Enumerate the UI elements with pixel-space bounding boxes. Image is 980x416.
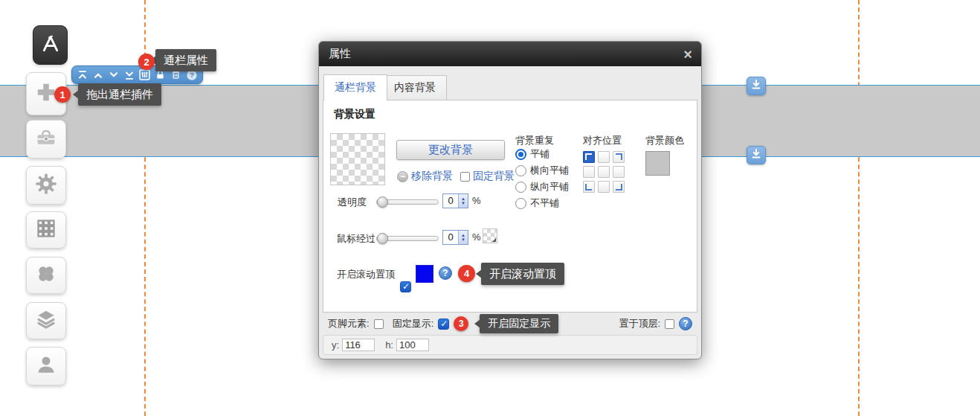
move-to-bottom-icon[interactable]	[123, 68, 136, 82]
tooltip-fixed-display: 开启固定显示	[480, 314, 558, 333]
align-cell-bottom-center[interactable]	[598, 181, 610, 193]
remove-circle-icon[interactable]: −	[397, 171, 408, 182]
banner-background-panel: 背景设置 更改背景 − 移除背景 固定背景 透明度 0 ▲▼ %	[323, 100, 697, 313]
spinner-down-icon[interactable]: ▼	[461, 237, 465, 242]
radio-off-icon[interactable]	[515, 182, 526, 193]
repeat-option-horizontal[interactable]: 横向平铺	[515, 164, 569, 177]
hover-value: 0	[443, 231, 458, 244]
remove-background-link[interactable]: 移除背景	[411, 170, 453, 183]
move-to-top-icon[interactable]	[76, 68, 89, 82]
properties-dialog: 属性 × 通栏背景 内容背景 背景设置 更改背景 − 移除背景 固定背景 透明度	[318, 41, 702, 359]
sidebar-item-settings[interactable]	[26, 166, 66, 205]
hover-slider-thumb[interactable]	[377, 233, 388, 244]
y-input[interactable]	[342, 339, 375, 351]
dialog-footer-options: 页脚元素: 固定显示: 3 开启固定显示 置于顶层: ?	[323, 313, 697, 335]
hover-spinner[interactable]: 0 ▲▼	[442, 230, 468, 245]
opacity-value: 0	[443, 194, 458, 208]
repeat-option-tile[interactable]: 平铺	[515, 147, 549, 161]
align-cell-middle-left[interactable]	[583, 166, 595, 178]
sidebar-item-apps-grid[interactable]	[26, 211, 66, 249]
opacity-slider[interactable]	[376, 199, 439, 205]
align-cell-middle-center[interactable]	[598, 166, 610, 178]
sidebar-item-profile[interactable]	[26, 347, 66, 385]
tooltip-scrolltop: 开启滚动置顶	[481, 263, 564, 285]
dialog-titlebar[interactable]: 属性 ×	[319, 42, 701, 66]
move-down-icon[interactable]	[107, 68, 120, 82]
opacity-unit: %	[472, 195, 481, 206]
opacity-label: 透明度	[338, 196, 367, 209]
align-cell-bottom-left[interactable]	[583, 181, 595, 193]
tooltip-banner-properties: 通栏属性	[155, 49, 216, 71]
footer-element-checkbox[interactable]	[374, 319, 384, 329]
app-center-icon	[39, 32, 62, 59]
footer-element-label: 页脚元素:	[328, 317, 370, 330]
properties-icon[interactable]	[138, 68, 152, 82]
dialog-tabs: 通栏背景 内容背景	[323, 66, 697, 100]
spinner-down-icon[interactable]: ▼	[461, 201, 465, 205]
h-label: h:	[385, 339, 393, 351]
hover-spinner-arrows[interactable]: ▲▼	[458, 231, 468, 244]
repeat-option-vertical[interactable]: 纵向平铺	[515, 180, 569, 193]
layers-icon	[35, 308, 57, 333]
step-badge-1: 1	[54, 86, 71, 103]
hover-label: 鼠标经过	[337, 232, 375, 246]
radio-on-icon[interactable]	[515, 149, 526, 160]
hover-color-swatch[interactable]	[483, 228, 497, 243]
scrolltop-help-icon[interactable]: ?	[439, 266, 452, 280]
align-cell-bottom-right[interactable]	[613, 181, 625, 193]
on-top-help-icon[interactable]: ?	[679, 317, 692, 330]
h-input[interactable]	[396, 339, 429, 351]
step-badge-4: 4	[458, 265, 475, 282]
svg-text:?: ?	[190, 71, 194, 79]
align-cell-top-right[interactable]	[613, 151, 625, 163]
on-top-label: 置于顶层:	[619, 317, 660, 330]
y-label: y:	[332, 339, 339, 351]
tab-banner-background[interactable]: 通栏背景	[323, 74, 387, 100]
insert-row-handle-bottom[interactable]	[747, 146, 766, 164]
sidebar-item-widgets[interactable]	[26, 257, 66, 294]
insert-down-icon	[749, 147, 763, 164]
align-cell-top-center[interactable]	[598, 151, 610, 163]
tab-content-background[interactable]: 内容背景	[383, 75, 447, 100]
insert-row-handle-top[interactable]	[747, 77, 766, 95]
tooltip-drag-banner-plugin: 拖出通栏插件	[78, 83, 161, 106]
sidebar-item-app-center[interactable]	[33, 25, 68, 65]
sidebar-item-toolbox[interactable]	[26, 120, 66, 159]
opacity-spinner[interactable]: 0 ▲▼	[442, 193, 468, 208]
align-cell-middle-right[interactable]	[613, 166, 625, 178]
change-background-button[interactable]: 更改背景	[396, 140, 505, 160]
editor-canvas: ? 1 拖出通栏插件 2 通栏属性 属性 × 通栏背景 内容背景 背景设置 更改…	[0, 0, 980, 416]
on-top-checkbox[interactable]	[665, 319, 674, 329]
guide-line-right	[858, 0, 860, 416]
dialog-geometry-bar: y: h:	[323, 335, 697, 355]
bgcolor-label: 背景颜色	[645, 134, 684, 147]
fixed-background-checkbox[interactable]	[460, 172, 470, 182]
radio-off-icon[interactable]	[515, 165, 526, 176]
radio-off-icon[interactable]	[515, 198, 526, 209]
move-up-icon[interactable]	[91, 68, 105, 82]
step-badge-2: 2	[138, 54, 155, 70]
sidebar-item-layers[interactable]	[26, 302, 66, 339]
scrolltop-label: 开启滚动置顶	[337, 268, 395, 281]
close-icon[interactable]: ×	[683, 47, 692, 62]
grid-icon	[35, 217, 57, 243]
dialog-title: 属性	[329, 47, 351, 61]
opacity-slider-thumb[interactable]	[377, 196, 388, 208]
gear-icon	[34, 172, 58, 199]
fixed-display-label: 固定显示:	[393, 317, 434, 330]
scrolltop-checkbox[interactable]	[400, 281, 411, 292]
fixed-background-label: 固定背景	[473, 170, 515, 183]
background-preview	[330, 133, 385, 185]
align-cell-top-left[interactable]	[583, 151, 595, 163]
clover-icon	[36, 263, 57, 287]
step-badge-3: 3	[454, 316, 468, 331]
hover-slider[interactable]	[376, 236, 439, 241]
fixed-display-checkbox[interactable]	[438, 319, 449, 330]
repeat-label: 背景重复	[515, 134, 554, 147]
opacity-spinner-arrows[interactable]: ▲▼	[458, 194, 468, 208]
scrolltop-color-swatch[interactable]	[416, 265, 433, 283]
repeat-option-none[interactable]: 不平铺	[515, 196, 559, 210]
insert-down-icon	[749, 78, 763, 95]
toolbox-icon	[34, 126, 58, 153]
bgcolor-swatch[interactable]	[645, 151, 670, 176]
